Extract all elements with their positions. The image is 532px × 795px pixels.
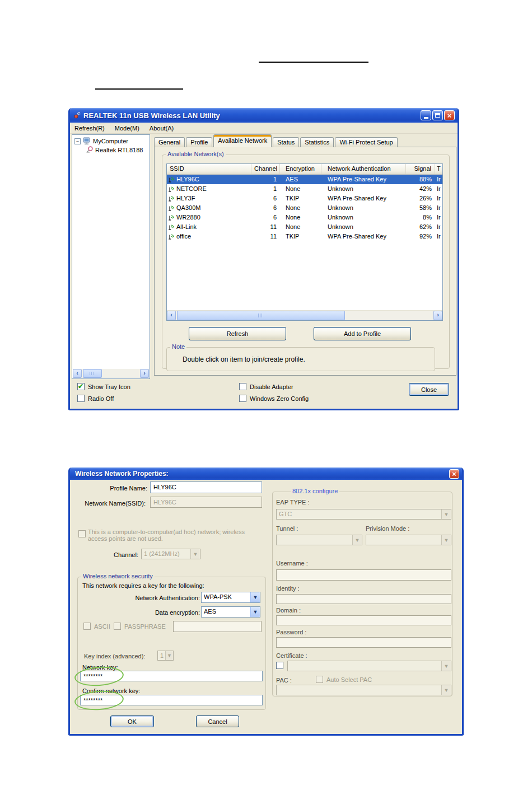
column-ssid[interactable]: SSID	[167, 164, 251, 174]
username-input	[276, 569, 451, 581]
selected-value: AES	[202, 607, 250, 617]
network-row[interactable]: office11TKIPWPA Pre-Shared Key92%Ir	[167, 232, 442, 241]
column-type[interactable]: T	[435, 164, 443, 174]
cell-signal: 62%	[406, 222, 435, 232]
maximize-button[interactable]	[432, 110, 443, 120]
scroll-thumb[interactable]	[177, 311, 345, 320]
tree-item-adapter[interactable]: Realtek RTL8188	[86, 146, 150, 153]
scroll-track[interactable]	[345, 311, 433, 320]
network-row[interactable]: HLY96C1AESWPA Pre-Shared Key88%Ir	[167, 175, 442, 184]
scroll-left-icon[interactable]: ‹	[73, 369, 82, 378]
windows-zero-config-checkbox[interactable]: Windows Zero Config	[239, 395, 309, 402]
profile-name-input[interactable]: HLY96C	[150, 481, 262, 493]
pac-select: ▼	[276, 685, 451, 695]
column-encryption[interactable]: Encryption	[280, 164, 321, 174]
adhoc-checkbox	[78, 530, 86, 537]
channel-value: 1 (2412MHz)	[142, 549, 190, 559]
chevron-down-icon: ▼	[352, 535, 362, 545]
menu-refresh[interactable]: Refresh(R)	[74, 125, 105, 132]
checkbox-icon[interactable]	[239, 383, 246, 390]
selected-value: 1	[158, 651, 165, 660]
tab-general[interactable]: General	[154, 137, 185, 147]
cell-auth: Unknown	[321, 203, 406, 213]
close-button[interactable]: Close	[409, 383, 449, 396]
list-horizontal-scrollbar[interactable]: ‹ ›	[167, 310, 442, 320]
chevron-down-icon: ▼	[441, 535, 451, 545]
refresh-button[interactable]: Refresh	[189, 327, 286, 340]
title-bar[interactable]: REALTEK 11n USB Wireless LAN Utility ×	[70, 108, 458, 123]
network-authentication-select[interactable]: WPA-PSK ▼	[201, 592, 260, 603]
profile-name-label: Profile Name:	[81, 485, 147, 492]
scroll-track[interactable]	[102, 369, 140, 378]
network-row[interactable]: WR28806NoneUnknown8%Ir	[167, 213, 442, 222]
window-title: REALTEK 11n USB Wireless LAN Utility	[83, 111, 421, 120]
show-tray-icon-checkbox[interactable]: Show Tray Icon	[77, 383, 130, 390]
selected-value	[366, 535, 441, 545]
checkbox-icon[interactable]	[77, 383, 85, 390]
tree-item-mycomputer[interactable]: − MyComputer	[74, 137, 150, 145]
title-bar[interactable]: Wireless Network Properties: ×	[70, 467, 462, 480]
scroll-right-icon[interactable]: ›	[140, 369, 149, 378]
close-icon[interactable]: ×	[444, 110, 455, 120]
chevron-down-icon: ▼	[441, 509, 451, 519]
key-index-label: Key index (advanced):	[84, 653, 145, 660]
network-row[interactable]: QA300M6NoneUnknown58%Ir	[167, 203, 442, 213]
tree-collapse-toggle[interactable]: −	[74, 138, 81, 144]
tab-strip: General Profile Available Network Status…	[154, 135, 399, 147]
tab-statistics[interactable]: Statistics	[300, 137, 334, 147]
network-rows: HLY96C1AESWPA Pre-Shared Key88%IrNETCORE…	[167, 175, 442, 241]
tree-horizontal-scrollbar[interactable]: ‹ ›	[73, 369, 149, 378]
network-row[interactable]: NETCORE1NoneUnknown42%Ir	[167, 184, 442, 194]
data-encryption-select[interactable]: AES ▼	[201, 606, 260, 618]
groupbox-label: Wireless network security	[81, 573, 155, 579]
network-list: SSID Channel Encryption Network Authenti…	[166, 163, 443, 321]
network-row[interactable]: All-Link11NoneUnknown62%Ir	[167, 222, 442, 232]
checkbox-icon[interactable]	[77, 395, 85, 402]
menu-mode[interactable]: Mode(M)	[115, 125, 139, 132]
checkbox-icon[interactable]	[239, 395, 246, 402]
scroll-thumb[interactable]	[83, 369, 102, 378]
checkbox-label: Auto Select PAC	[326, 676, 372, 683]
add-to-profile-button[interactable]: Add to Profile	[314, 327, 411, 340]
chevron-down-icon: ▼	[190, 549, 200, 559]
cancel-button[interactable]: Cancel	[196, 716, 239, 727]
radio-off-checkbox[interactable]: Radio Off	[77, 395, 114, 402]
disable-adapter-checkbox[interactable]: Disable Adapter	[239, 383, 293, 390]
scroll-left-icon[interactable]: ‹	[167, 311, 176, 320]
dialog-title: Wireless Network Properties:	[75, 470, 449, 478]
checkbox-label: Windows Zero Config	[250, 395, 309, 402]
minimize-button[interactable]	[421, 110, 431, 120]
tab-available-network[interactable]: Available Network	[213, 134, 272, 147]
chevron-down-icon[interactable]: ▼	[250, 607, 260, 617]
eap-type-select: GTC ▼	[276, 509, 451, 520]
tab-wifi-protect-setup[interactable]: Wi-Fi Protect Setup	[335, 137, 397, 147]
certificate-select: ▼	[287, 661, 451, 671]
column-channel[interactable]: Channel	[251, 164, 280, 174]
device-tree-panel: − MyComputer Realtek RTL8188 ‹ ›	[72, 134, 150, 379]
cell-channel: 6	[251, 203, 280, 213]
checkbox-icon	[83, 623, 91, 630]
annotation-ellipse	[74, 689, 124, 712]
menu-about[interactable]: About(A)	[150, 125, 174, 132]
close-icon[interactable]: ×	[449, 469, 459, 479]
network-name-input: HLY96C	[150, 497, 262, 508]
domain-label: Domain :	[276, 607, 301, 614]
security-intro: This network requires a key for the foll…	[82, 582, 204, 589]
pac-label: PAC :	[276, 677, 292, 684]
column-signal[interactable]: Signal	[406, 164, 435, 174]
cell-channel: 1	[251, 175, 280, 184]
cell-signal: 8%	[406, 213, 435, 222]
checkbox-label: ASCII	[94, 623, 110, 630]
cell-encryption: None	[280, 222, 321, 232]
cell-encryption: TKIP	[280, 194, 321, 203]
column-auth[interactable]: Network Authentication	[321, 164, 406, 174]
certificate-checkbox[interactable]	[276, 662, 283, 669]
tab-profile[interactable]: Profile	[186, 137, 212, 147]
network-row[interactable]: HLY3F6TKIPWPA Pre-Shared Key26%Ir	[167, 194, 442, 203]
tab-status[interactable]: Status	[273, 137, 299, 147]
cell-signal: 42%	[406, 184, 435, 194]
ok-button[interactable]: OK	[110, 716, 154, 727]
scroll-right-icon[interactable]: ›	[433, 311, 442, 320]
cell-type: Ir	[435, 213, 443, 222]
chevron-down-icon[interactable]: ▼	[250, 592, 260, 602]
